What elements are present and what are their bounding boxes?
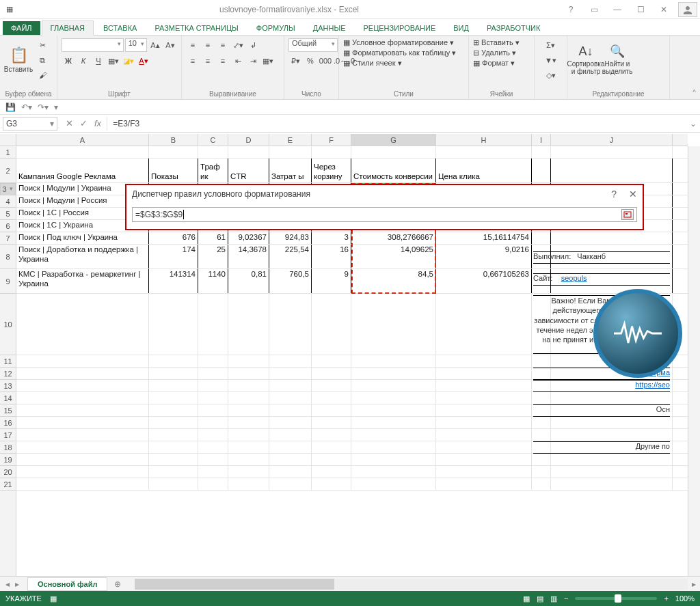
- cell[interactable]: [269, 454, 312, 465]
- save-icon[interactable]: 💾: [5, 102, 16, 112]
- sheet-nav-next-icon[interactable]: ▸: [15, 579, 19, 589]
- data-8-d[interactable]: 14,3678: [228, 245, 269, 268]
- formula-input[interactable]: =E3/F3: [107, 117, 686, 130]
- find-select-button[interactable]: 🔍 Найти и выделить: [603, 38, 632, 81]
- align-center-icon[interactable]: ≡: [201, 54, 215, 68]
- cell[interactable]: [312, 466, 351, 478]
- row-13[interactable]: 13: [0, 380, 16, 392]
- cell[interactable]: [228, 355, 269, 367]
- redo-icon[interactable]: ↷▾: [38, 102, 49, 112]
- font-color-icon[interactable]: A▾: [137, 54, 150, 68]
- cell[interactable]: [16, 368, 149, 379]
- data-7-a[interactable]: Поиск | Под ключ | Украина: [16, 232, 149, 244]
- expand-formula-icon[interactable]: ⌄: [686, 119, 700, 128]
- col-J[interactable]: J: [551, 134, 673, 146]
- cell[interactable]: [16, 294, 149, 355]
- column-headers[interactable]: ABCDEFGHIJ: [16, 134, 688, 146]
- data-8-b[interactable]: 174: [149, 245, 198, 268]
- cell[interactable]: [198, 478, 228, 490]
- fx-icon[interactable]: fx: [94, 118, 101, 128]
- cell[interactable]: [198, 417, 228, 428]
- clear-icon[interactable]: ◇▾: [539, 68, 563, 82]
- delete-cells-button[interactable]: ⊟ Удалить ▾: [473, 49, 530, 57]
- header-e[interactable]: Затрат ы: [269, 159, 312, 182]
- cell[interactable]: [269, 429, 312, 441]
- data-8-g[interactable]: 14,09625: [351, 245, 436, 268]
- cell[interactable]: [532, 146, 551, 158]
- zoom-in-icon[interactable]: +: [664, 594, 668, 603]
- cell[interactable]: [436, 380, 532, 391]
- data-8-c[interactable]: 25: [198, 245, 228, 268]
- row-5[interactable]: 5: [0, 208, 16, 220]
- select-all-corner[interactable]: [0, 134, 16, 146]
- minimize-icon[interactable]: —: [608, 3, 626, 16]
- font-size-select[interactable]: 10: [125, 38, 147, 52]
- cell[interactable]: [269, 355, 312, 367]
- row-6[interactable]: 6: [0, 220, 16, 232]
- cell[interactable]: [436, 392, 532, 404]
- italic-icon[interactable]: К: [77, 54, 90, 68]
- cell[interactable]: [312, 294, 351, 355]
- side-cell[interactable]: [551, 232, 673, 244]
- row-19[interactable]: 19: [0, 454, 16, 466]
- cell[interactable]: [16, 404, 149, 416]
- cell[interactable]: [351, 368, 436, 379]
- cell[interactable]: [198, 429, 228, 441]
- cell[interactable]: [351, 380, 436, 391]
- col-A[interactable]: A: [16, 134, 149, 146]
- format-as-table-button[interactable]: ▦ Форматировать как таблицу ▾: [343, 49, 464, 57]
- cell[interactable]: [149, 146, 198, 158]
- data-7-c[interactable]: 61: [198, 232, 228, 244]
- cell[interactable]: [198, 146, 228, 158]
- increase-font-icon[interactable]: A▴: [148, 38, 162, 52]
- autosum-icon[interactable]: Σ▾: [539, 38, 563, 52]
- font-family-select[interactable]: [62, 38, 124, 52]
- cell[interactable]: [436, 355, 532, 367]
- cell[interactable]: [351, 454, 436, 465]
- cell[interactable]: [228, 417, 269, 428]
- help-icon[interactable]: ?: [562, 3, 580, 16]
- cell[interactable]: [228, 146, 269, 158]
- cell[interactable]: [269, 392, 312, 404]
- cell[interactable]: [198, 380, 228, 391]
- ribbon-options-icon[interactable]: ▭: [585, 3, 603, 16]
- data-9-d[interactable]: 0,81: [228, 269, 269, 293]
- view-normal-icon[interactable]: ▦: [523, 594, 530, 603]
- indent-dec-icon[interactable]: ⇤: [231, 54, 245, 68]
- qat-customize-icon[interactable]: ▾: [54, 102, 58, 112]
- cell[interactable]: [351, 146, 436, 158]
- data-9-a[interactable]: КМС | Разработка - ремаркетинг | Украина: [16, 269, 149, 293]
- zoom-slider[interactable]: [575, 597, 657, 600]
- header-a[interactable]: Кампания Google Реклама: [16, 159, 149, 182]
- data-9-h[interactable]: 0,667105263: [436, 269, 532, 293]
- col-G[interactable]: G: [351, 134, 436, 146]
- cell[interactable]: [269, 380, 312, 391]
- data-9-b[interactable]: 141314: [149, 269, 198, 293]
- row-15[interactable]: 15: [0, 404, 16, 417]
- col-F[interactable]: F: [312, 134, 351, 146]
- border-icon[interactable]: ▦▾: [107, 54, 120, 68]
- header-b[interactable]: Показы: [149, 159, 198, 182]
- row-11[interactable]: 11: [0, 355, 16, 368]
- applies-to-range-input[interactable]: =$G$3:$G$9: [132, 207, 637, 222]
- cell[interactable]: [351, 355, 436, 367]
- cell[interactable]: [228, 404, 269, 416]
- cell[interactable]: [532, 355, 551, 367]
- cell[interactable]: [551, 392, 673, 404]
- cell[interactable]: [312, 441, 351, 453]
- cell[interactable]: [198, 404, 228, 416]
- cell[interactable]: [228, 454, 269, 465]
- data-9-e[interactable]: 760,5: [269, 269, 312, 293]
- orientation-icon[interactable]: ⤢▾: [231, 38, 245, 52]
- cell[interactable]: [532, 159, 551, 182]
- cell[interactable]: [149, 392, 198, 404]
- row-20[interactable]: 20: [0, 466, 16, 478]
- cell[interactable]: [198, 355, 228, 367]
- cell[interactable]: [16, 417, 149, 428]
- cell[interactable]: [436, 478, 532, 490]
- cell[interactable]: [149, 454, 198, 465]
- col-D[interactable]: D: [228, 134, 269, 146]
- row-17[interactable]: 17: [0, 429, 16, 441]
- data-9-g[interactable]: 84,5: [351, 269, 436, 293]
- cell[interactable]: [149, 441, 198, 453]
